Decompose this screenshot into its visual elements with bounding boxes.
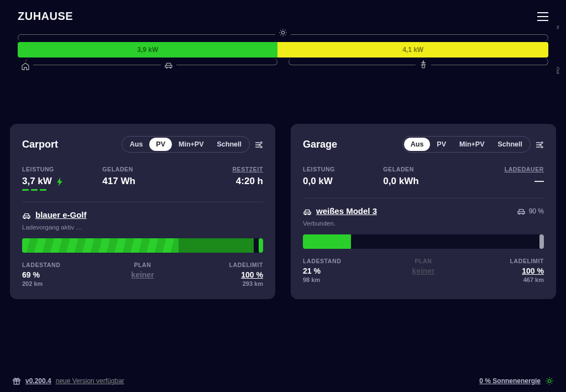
plan-label: PLAN xyxy=(383,258,463,264)
svg-point-0 xyxy=(281,32,284,34)
phase-indicator xyxy=(22,189,102,191)
stat-value: 4:20 h xyxy=(183,176,263,187)
mode-option-min+pv[interactable]: Min+PV xyxy=(172,138,211,151)
stat-value: 0,0 kW xyxy=(303,176,383,187)
hamburger-icon xyxy=(537,12,548,21)
page-title: ZUHAUSE xyxy=(18,10,73,23)
limit-handle[interactable] xyxy=(259,238,263,253)
plan-label: PLAN xyxy=(102,262,182,268)
ladestand-label: LADESTAND xyxy=(303,258,383,264)
loadpoint-card: GarageAusPVMin+PVSchnellLEISTUNG0,0 kWGE… xyxy=(291,124,556,299)
limit-sub: 467 km xyxy=(464,276,544,283)
stat-value: 417 Wh xyxy=(102,176,182,187)
limit-value[interactable]: 100 % xyxy=(464,266,544,275)
home-icon xyxy=(18,61,33,71)
mode-option-aus[interactable]: Aus xyxy=(123,138,150,151)
mode-option-schnell[interactable]: Schnell xyxy=(211,138,248,151)
stat-label: GELADEN xyxy=(383,166,463,173)
grid-tower-icon xyxy=(416,59,431,69)
mode-option-schnell[interactable]: Schnell xyxy=(491,138,529,151)
stat-label: GELADEN xyxy=(102,166,182,173)
ladestand-sub: 202 km xyxy=(22,280,102,287)
loadpoint-title: Carport xyxy=(22,139,58,150)
car-icon xyxy=(303,207,312,216)
mode-option-aus[interactable]: Aus xyxy=(404,138,431,151)
label-out: Out xyxy=(555,67,560,74)
svg-point-2 xyxy=(260,146,262,148)
limit-label: LADELIMIT xyxy=(183,262,263,268)
version-link[interactable]: v0.200.4 xyxy=(25,377,51,385)
menu-button[interactable] xyxy=(537,9,548,23)
stat-label[interactable]: LADEDAUER xyxy=(464,166,544,173)
car-icon xyxy=(22,211,31,219)
car-icon xyxy=(161,60,176,69)
energy-grid-segment: 4,1 kW xyxy=(277,42,548,58)
mode-selector[interactable]: AusPVMin+PVSchnell xyxy=(402,136,531,153)
ladestand-label: LADESTAND xyxy=(22,262,102,268)
stat-value: 3,7 kW xyxy=(22,176,102,187)
limit-label: LADELIMIT xyxy=(464,258,544,264)
charge-progress-bar[interactable] xyxy=(22,238,263,253)
svg-point-1 xyxy=(260,142,262,143)
vehicle-name[interactable]: weißes Model 3 xyxy=(303,206,377,216)
vehicle-soc-badge: 90 % xyxy=(517,207,544,215)
settings-icon[interactable] xyxy=(254,139,263,149)
ladestand-value: 69 % xyxy=(22,270,102,279)
bolt-icon xyxy=(56,176,63,186)
energy-flow-bar: 3,9 kW 4,1 kW xyxy=(18,42,548,58)
gift-icon xyxy=(12,377,21,385)
sun-icon xyxy=(545,377,554,385)
plan-value: keiner xyxy=(383,266,463,275)
svg-point-4 xyxy=(541,142,543,143)
charge-progress-bar[interactable] xyxy=(303,234,544,249)
settings-icon[interactable] xyxy=(535,139,544,149)
limit-sub: 293 km xyxy=(183,280,263,287)
stat-label[interactable]: RESTZEIT xyxy=(183,166,263,173)
loadpoint-title: Garage xyxy=(303,139,337,150)
stat-label: LEISTUNG xyxy=(303,166,383,173)
update-available-link[interactable]: neue Version verfügbar xyxy=(56,377,124,385)
vehicle-name[interactable]: blauer e-Golf xyxy=(22,210,87,219)
sun-icon xyxy=(275,28,291,37)
vehicle-status: Verbunden. xyxy=(303,220,544,227)
mode-option-min+pv[interactable]: Min+PV xyxy=(453,138,491,151)
mode-option-pv[interactable]: PV xyxy=(149,138,172,151)
stat-label: LEISTUNG xyxy=(22,166,102,173)
ladestand-value: 21 % xyxy=(303,266,383,275)
stat-value: 0,0 kWh xyxy=(383,176,463,187)
limit-value[interactable]: 100 % xyxy=(183,270,263,279)
svg-point-5 xyxy=(541,146,543,148)
vehicle-status: Ladevorgang aktiv … xyxy=(22,224,263,231)
svg-point-9 xyxy=(548,379,551,382)
solar-energy-link[interactable]: 0 % Sonnenenergie xyxy=(479,377,541,385)
plan-value[interactable]: keiner xyxy=(102,270,182,279)
limit-handle[interactable] xyxy=(539,234,544,249)
mode-selector[interactable]: AusPVMin+PVSchnell xyxy=(122,136,250,153)
stat-value: — xyxy=(464,176,544,187)
label-in: In xyxy=(555,25,560,29)
car-icon xyxy=(517,208,526,215)
mode-option-pv[interactable]: PV xyxy=(430,138,453,151)
ladestand-sub: 98 km xyxy=(303,276,383,283)
loadpoint-card: CarportAusPVMin+PVSchnellLEISTUNG3,7 kWG… xyxy=(10,124,275,299)
energy-pv-segment: 3,9 kW xyxy=(18,42,277,58)
